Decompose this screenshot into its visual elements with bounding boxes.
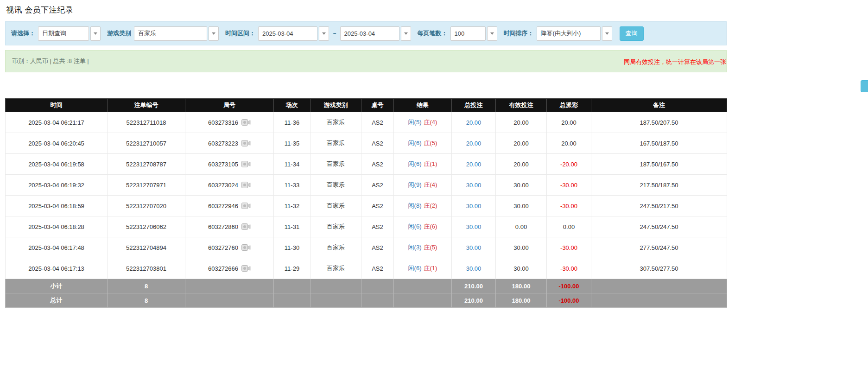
- video-replay-icon[interactable]: [241, 202, 251, 210]
- table-row: 2025-03-04 06:19:58522312708787603273105…: [6, 154, 727, 175]
- edge-partial-button[interactable]: [861, 80, 868, 92]
- date-from-caret-button[interactable]: [319, 26, 329, 41]
- cell-bet-id: 522312707971: [108, 175, 185, 196]
- cell-bet-id: 522312710057: [108, 133, 185, 154]
- round-number: 603272860: [208, 223, 238, 230]
- cell-total-bet: 30.00: [452, 175, 496, 196]
- sort-order-caret-button[interactable]: [602, 26, 612, 41]
- result-banker: 庄(5): [424, 244, 437, 251]
- cell-payout: -30.00: [547, 175, 591, 196]
- table-row: 2025-03-04 06:21:17522312711018603273316…: [6, 112, 727, 133]
- video-replay-icon[interactable]: [241, 265, 251, 272]
- date-from-select[interactable]: 2025-03-04: [258, 26, 329, 41]
- cell-session: 11-32: [274, 196, 310, 216]
- cell-valid-bet: 0.00: [496, 216, 547, 237]
- total-bet-link[interactable]: 20.00: [466, 140, 482, 147]
- chevron-down-icon: [605, 32, 609, 35]
- video-replay-icon[interactable]: [241, 244, 251, 251]
- cell-round-id: 603272760: [185, 237, 274, 258]
- col-header-time: 时间: [6, 99, 108, 112]
- game-type-caret-button[interactable]: [209, 26, 219, 41]
- footer-empty-cell: [394, 279, 452, 293]
- total-bet-link[interactable]: 30.00: [466, 203, 482, 210]
- sort-order-select[interactable]: 降幂(由大到小): [537, 26, 612, 41]
- cell-round-id: 603272860: [185, 216, 274, 237]
- cell-game-type: 百家乐: [310, 237, 361, 258]
- round-number: 603273316: [208, 119, 238, 126]
- col-header-result: 结果: [394, 99, 452, 112]
- table-body: 2025-03-04 06:21:17522312711018603273316…: [6, 112, 727, 279]
- video-replay-icon[interactable]: [241, 223, 251, 230]
- total-bet-link[interactable]: 30.00: [466, 244, 482, 251]
- date-mode-caret-button[interactable]: [90, 26, 101, 41]
- cell-result: 闲(5)庄(4): [394, 112, 452, 133]
- cell-game-type: 百家乐: [310, 154, 361, 175]
- game-type-select[interactable]: 百家乐: [134, 26, 219, 41]
- total-bet-link[interactable]: 30.00: [466, 182, 482, 189]
- date-to-caret-button[interactable]: [401, 26, 411, 41]
- result-banker: 庄(4): [424, 119, 437, 126]
- chevron-down-icon: [322, 32, 326, 35]
- col-header-valid-bet: 有效投注: [496, 99, 547, 112]
- round-number: 603273105: [208, 161, 238, 168]
- cell-total-bet: 30.00: [452, 196, 496, 216]
- cell-remark: 307.50/277.50: [591, 258, 727, 279]
- total-bet-link[interactable]: 20.00: [466, 161, 482, 168]
- footer-empty-cell: [361, 293, 394, 308]
- cell-result: 闲(8)庄(2): [394, 196, 452, 216]
- cell-round-id: 603273316: [185, 112, 274, 133]
- cell-game-type: 百家乐: [310, 133, 361, 154]
- cell-session: 11-36: [274, 112, 310, 133]
- cell-time: 2025-03-04 06:20:45: [6, 133, 108, 154]
- cell-valid-bet: 20.00: [496, 154, 547, 175]
- cell-remark: 187.50/167.50: [591, 154, 727, 175]
- result-banker: 庄(1): [424, 160, 437, 167]
- table-row: 2025-03-04 06:17:13522312703801603272666…: [6, 258, 727, 279]
- cell-bet-id: 522312704894: [108, 237, 185, 258]
- col-header-total-bet: 总投注: [452, 99, 496, 112]
- table-row: 2025-03-04 06:18:59522312707020603272946…: [6, 196, 727, 216]
- query-button[interactable]: 查询: [620, 26, 644, 41]
- date-mode-select[interactable]: 日期查询: [38, 26, 101, 41]
- cell-game-type: 百家乐: [310, 196, 361, 216]
- date-to-select[interactable]: 2025-03-04: [340, 26, 411, 41]
- cell-valid-bet: 30.00: [496, 237, 547, 258]
- video-replay-icon[interactable]: [241, 119, 251, 126]
- grand-total-valid-bet: 180.00: [496, 293, 547, 308]
- video-replay-icon[interactable]: [241, 160, 251, 168]
- footer-empty-cell: [361, 279, 394, 293]
- cell-game-type: 百家乐: [310, 175, 361, 196]
- cell-total-bet: 30.00: [452, 258, 496, 279]
- summary-left-text: 币别：人民币 | 总共 :8 注单 |: [12, 57, 89, 65]
- sort-order-value: 降幂(由大到小): [537, 26, 601, 41]
- footer-empty-cell: [185, 279, 274, 293]
- game-type-value: 百家乐: [134, 26, 207, 41]
- date-mode-value: 日期查询: [38, 26, 89, 41]
- page-size-select[interactable]: 100: [450, 26, 497, 41]
- col-header-game-type: 游戏类别: [310, 99, 361, 112]
- cell-session: 11-34: [274, 154, 310, 175]
- cell-valid-bet: 30.00: [496, 258, 547, 279]
- result-player: 闲(3): [408, 244, 422, 251]
- cell-bet-id: 522312708787: [108, 154, 185, 175]
- chevron-down-icon: [490, 32, 494, 35]
- total-bet-link[interactable]: 20.00: [466, 119, 482, 126]
- date-to-value: 2025-03-04: [340, 26, 399, 41]
- cell-bet-id: 522312711018: [108, 112, 185, 133]
- total-bet-link[interactable]: 30.00: [466, 223, 482, 230]
- video-replay-icon[interactable]: [241, 181, 251, 189]
- table-row: 2025-03-04 06:17:48522312704894603272760…: [6, 237, 727, 258]
- video-replay-icon[interactable]: [241, 140, 251, 147]
- result-player: 闲(9): [408, 181, 422, 188]
- col-header-bet-id: 注单编号: [108, 99, 185, 112]
- result-player: 闲(6): [408, 140, 422, 146]
- subtotal-row: 小计 8 210.00 180.00 -100.00: [6, 279, 727, 293]
- cell-session: 11-31: [274, 216, 310, 237]
- subtotal-count: 8: [108, 279, 185, 293]
- total-bet-link[interactable]: 30.00: [466, 265, 482, 272]
- col-header-round-id: 局号: [185, 99, 274, 112]
- cell-table-no: AS2: [361, 112, 394, 133]
- result-banker: 庄(1): [424, 265, 437, 272]
- page-size-caret-button[interactable]: [487, 26, 497, 41]
- payout-value: 20.00: [561, 119, 577, 126]
